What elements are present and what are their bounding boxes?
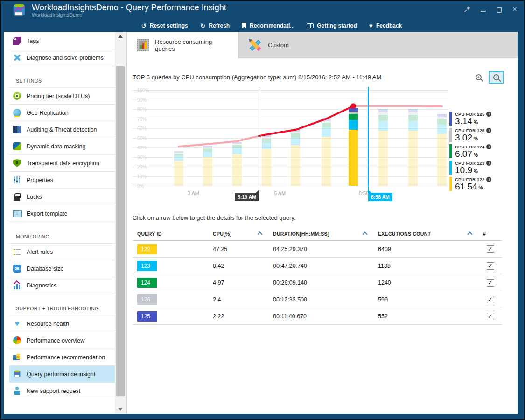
executions-cell: 6409 bbox=[373, 246, 478, 252]
cpu-cell: 8.42 bbox=[208, 263, 268, 269]
row-checkbox[interactable]: ✓ bbox=[487, 262, 494, 270]
tab-label: Resource consuming queries bbox=[155, 38, 228, 52]
scroll-up-icon[interactable] bbox=[115, 33, 126, 40]
heart-icon: ♥ bbox=[369, 22, 373, 29]
sidebar-item-dynamic-data-masking[interactable]: Dynamic data masking bbox=[9, 138, 115, 155]
legend-texts: CPU FOR 124i6.07% bbox=[455, 144, 491, 158]
table-row-query-123[interactable]: 1238.4200:47:20.7401138✓ bbox=[133, 258, 502, 274]
zoom-out-button[interactable]: − bbox=[489, 71, 504, 84]
sidebar-item-transparent-data-encryption[interactable]: Transparent data encryption bbox=[9, 155, 115, 172]
masking-icon bbox=[13, 142, 21, 150]
legend-color-bar bbox=[449, 144, 452, 158]
query-id-badge: 125 bbox=[137, 311, 157, 322]
sidebar-item-performance-overview[interactable]: Performance overview bbox=[9, 332, 115, 349]
time-marker-line-8-58-am[interactable] bbox=[368, 87, 369, 193]
book-icon bbox=[307, 23, 314, 28]
time-marker-flag-8-58-am[interactable]: 8:58 AM bbox=[368, 193, 392, 201]
row-checkbox[interactable]: ✓ bbox=[487, 245, 494, 253]
row-checkbox[interactable]: ✓ bbox=[487, 279, 494, 287]
sidebar-item-label: Performance recommendation bbox=[27, 354, 105, 361]
zoom-out-icon: − bbox=[493, 74, 499, 80]
legend-color-bar bbox=[449, 128, 452, 142]
flag-label: 8:58 AM bbox=[371, 194, 390, 200]
query-id-cell: 124 bbox=[133, 278, 208, 288]
legend-unit: % bbox=[479, 185, 483, 190]
sidebar-item-resource-health[interactable]: ♥Resource health bbox=[9, 315, 115, 332]
diagnose-icon bbox=[13, 54, 21, 62]
sidebar-item-export-template[interactable]: Export template bbox=[9, 205, 115, 222]
column-header-cpu[interactable]: CPU[%] bbox=[208, 231, 268, 237]
table-row-query-122[interactable]: 12247.2504:25:29.3706409✓ bbox=[133, 241, 502, 258]
sidebar-item-pricing-tier-scale-dtus[interactable]: Pricing tier (scale DTUs) bbox=[9, 88, 115, 105]
sidebar-item-tags[interactable]: Tags bbox=[9, 33, 115, 49]
toolbar-recommendati[interactable]: Recommendati... bbox=[242, 22, 294, 29]
time-marker-flag-5-19-am[interactable]: 5:19 AM bbox=[235, 193, 259, 201]
toolbar-button-label: Feedback bbox=[376, 22, 402, 29]
pin-icon[interactable] bbox=[462, 4, 472, 14]
toolbar-button-label: Recommendati... bbox=[250, 22, 294, 29]
legend-texts: CPU FOR 122i61.54% bbox=[455, 177, 491, 191]
query-id-badge: 122 bbox=[137, 244, 157, 254]
sidebar-item-new-support-request[interactable]: New support request bbox=[9, 383, 115, 399]
sidebar-item-alert-rules[interactable]: Alert rules bbox=[9, 244, 115, 260]
section-header-label: MONITORING bbox=[16, 234, 49, 239]
sidebar-item-database-size[interactable]: Database size bbox=[9, 260, 115, 277]
minimize-button[interactable] bbox=[478, 4, 488, 14]
column-header-query-id: QUERY ID bbox=[133, 231, 208, 237]
tab-resource-consuming-queries[interactable]: Resource consuming queries bbox=[127, 32, 238, 58]
legend-value: 10.9 bbox=[455, 165, 472, 175]
locks-icon bbox=[13, 193, 21, 201]
column-header-duration-hh-mm-ss[interactable]: DURATION[HH:MM:SS] bbox=[268, 231, 373, 237]
maximize-button[interactable] bbox=[494, 4, 504, 14]
sidebar-item-performance-recommendation[interactable]: Performance recommendation bbox=[9, 349, 115, 366]
time-marker-line-5-19-am[interactable] bbox=[259, 87, 259, 193]
sidebar-item-auditing-threat-detection[interactable]: Auditing & Threat detection bbox=[9, 121, 115, 138]
sidebar-scrollbar[interactable] bbox=[115, 32, 126, 414]
column-header-executions-count[interactable]: EXECUTIONS COUNT bbox=[373, 231, 478, 237]
toolbar-reset-settings[interactable]: ↺Reset settings bbox=[141, 22, 188, 29]
query-table: QUERY IDCPU[%]DURATION[HH:MM:SS]EXECUTIO… bbox=[133, 227, 502, 325]
query-id-cell: 126 bbox=[133, 294, 208, 305]
column-header-label: QUERY ID bbox=[137, 231, 162, 237]
toolbar-feedback[interactable]: ♥Feedback bbox=[369, 22, 402, 29]
sidebar-item-label: Pricing tier (scale DTUs) bbox=[27, 93, 90, 99]
perfover-icon bbox=[13, 336, 21, 344]
line-peak-dot bbox=[350, 103, 356, 109]
executions-cell: 1138 bbox=[373, 263, 478, 269]
toolbar-getting-started[interactable]: Getting started bbox=[307, 22, 357, 29]
sidebar-item-diagnostics[interactable]: Diagnostics bbox=[9, 277, 115, 294]
duration-cell: 00:12:33.500 bbox=[268, 296, 373, 303]
window-subtitle: WorkloadInsightsDemo bbox=[32, 12, 226, 18]
toolbar-refresh[interactable]: ↻Refresh bbox=[200, 22, 230, 29]
sidebar-section-support-troubleshooting: SUPPORT + TROUBLESHOOTING bbox=[9, 294, 115, 315]
health-icon: ♥ bbox=[13, 320, 21, 328]
sidebar-item-geo-replication[interactable]: Geo-Replication bbox=[9, 105, 115, 121]
scroll-down-icon[interactable] bbox=[115, 406, 126, 413]
sort-ascending-icon[interactable] bbox=[257, 231, 262, 237]
encryption-icon bbox=[13, 159, 21, 167]
sort-ascending-icon[interactable] bbox=[467, 231, 472, 237]
sidebar-section-monitoring: MONITORING bbox=[9, 222, 115, 244]
legend-entry-cpu-for-123: CPU FOR 123i10.9% bbox=[449, 161, 514, 175]
sort-ascending-icon[interactable] bbox=[362, 231, 367, 237]
row-checkbox[interactable]: ✓ bbox=[487, 296, 494, 303]
sidebar-item-diagnose-and-solve-problems[interactable]: Diagnose and solve problems bbox=[9, 49, 115, 66]
table-row-query-126[interactable]: 1262.400:12:33.500599✓ bbox=[133, 291, 502, 308]
column-header-label: # bbox=[483, 231, 486, 237]
properties-icon bbox=[13, 176, 21, 184]
reset-icon: ↺ bbox=[141, 22, 147, 29]
query-id-badge: 124 bbox=[137, 278, 157, 288]
zoom-in-button[interactable]: + bbox=[471, 71, 486, 84]
table-row-query-124[interactable]: 1244.9700:26:09.1401240✓ bbox=[133, 274, 502, 291]
sidebar-item-label: Resource health bbox=[27, 321, 69, 327]
table-row-query-125[interactable]: 1252.2200:11:40.670552✓ bbox=[133, 308, 502, 325]
cpu-chart[interactable]: 100%90%80%70%60%50%40%30%20%10%0% 3 AM6 … bbox=[133, 90, 448, 207]
close-button[interactable]: × bbox=[510, 5, 519, 14]
tab-custom[interactable]: Custom bbox=[238, 32, 299, 58]
sidebar-item-query-performance-insight[interactable]: Query performance insight bbox=[9, 366, 115, 383]
row-checkbox[interactable]: ✓ bbox=[487, 313, 494, 320]
cpu-cell: 2.22 bbox=[208, 313, 268, 320]
sidebar-item-locks[interactable]: Locks bbox=[9, 189, 115, 205]
sidebar-item-properties[interactable]: Properties bbox=[9, 172, 115, 189]
scrollbar-thumb[interactable] bbox=[116, 66, 125, 396]
